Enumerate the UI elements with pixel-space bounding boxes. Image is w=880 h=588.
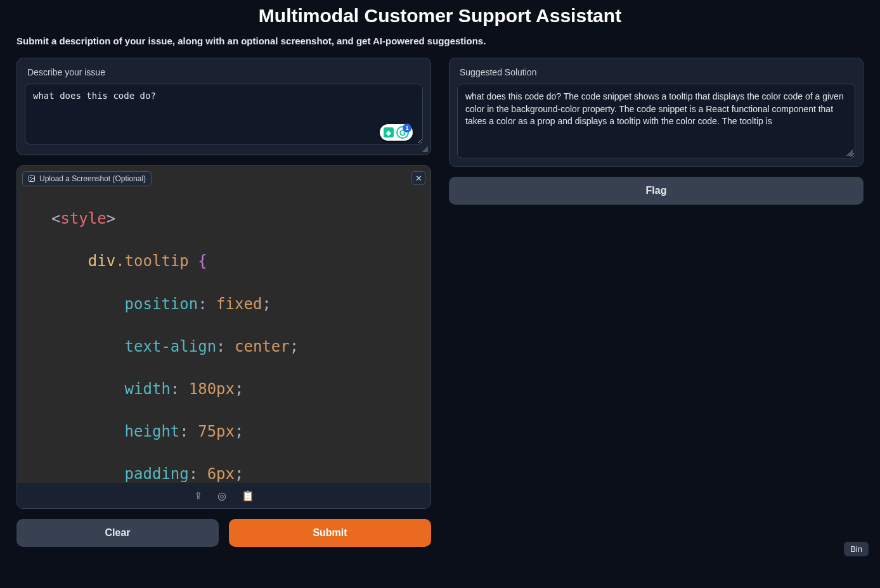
issue-panel: Describe your issue ◆ G 1 xyxy=(16,58,431,155)
grammarly-diamond-icon: ◆ xyxy=(384,127,394,137)
solution-panel: Suggested Solution what does this code d… xyxy=(449,58,864,167)
upload-toolbar: ⇪ ◎ 📋 xyxy=(17,483,430,508)
close-icon: ✕ xyxy=(415,174,422,183)
page-title: Multimodal Customer Support Assistant xyxy=(0,0,880,35)
grammarly-count: 1 xyxy=(403,124,411,132)
submit-button[interactable]: Submit xyxy=(229,519,431,547)
screenshot-preview: <style> div.tooltip { position: fixed; t… xyxy=(17,166,430,483)
issue-label: Describe your issue xyxy=(25,66,423,84)
issue-input[interactable] xyxy=(25,84,423,144)
upload-tab-label: Upload a Screenshot (Optional) xyxy=(39,174,146,183)
solution-label: Suggested Solution xyxy=(457,66,855,84)
target-icon[interactable]: ◎ xyxy=(217,490,226,502)
close-button[interactable]: ✕ xyxy=(411,171,425,185)
image-icon xyxy=(28,175,36,182)
grammarly-icon: G 1 xyxy=(396,126,409,139)
page-subtitle: Submit a description of your issue, alon… xyxy=(0,35,880,58)
upload-icon[interactable]: ⇪ xyxy=(194,490,202,502)
resize-handle-icon[interactable] xyxy=(422,146,428,152)
grammarly-badge[interactable]: ◆ G 1 xyxy=(380,124,413,141)
resize-handle-icon[interactable] xyxy=(846,150,853,156)
action-buttons: Clear Submit xyxy=(16,519,431,547)
upload-tab[interactable]: Upload a Screenshot (Optional) xyxy=(22,171,152,186)
bin-pill[interactable]: Bin xyxy=(844,542,869,556)
clipboard-icon[interactable]: 📋 xyxy=(242,490,254,502)
svg-point-1 xyxy=(30,177,32,179)
clear-button[interactable]: Clear xyxy=(16,519,219,547)
solution-output: what does this code do? The code snippet… xyxy=(457,84,855,158)
upload-panel: Upload a Screenshot (Optional) ✕ <style>… xyxy=(16,165,431,509)
flag-button[interactable]: Flag xyxy=(449,177,864,205)
